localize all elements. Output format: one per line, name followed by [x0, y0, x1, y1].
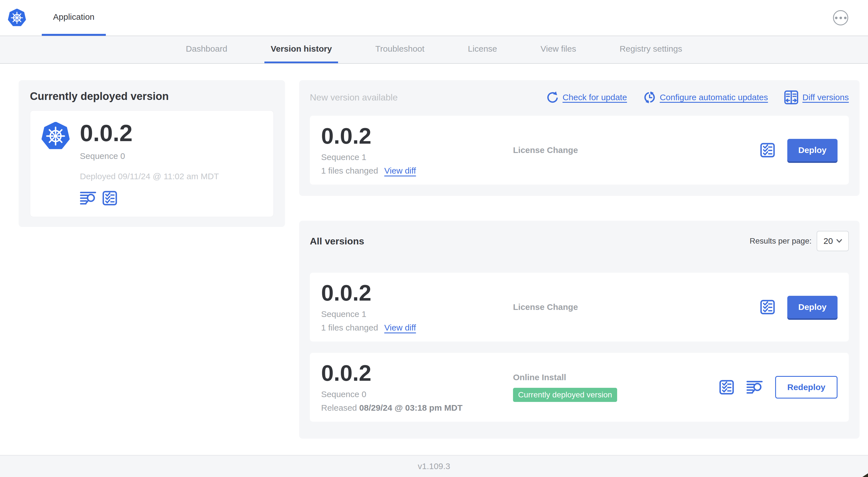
check-for-update-link[interactable]: Check for update — [546, 91, 627, 103]
new-version-heading: New version available — [310, 92, 398, 103]
ellipsis-icon — [835, 17, 838, 19]
version-number: 0.0.2 — [321, 282, 513, 304]
results-per-page-label: Results per page: — [750, 237, 812, 245]
preflight-checks-icon[interactable] — [719, 380, 734, 395]
top-bar: Application — [0, 0, 868, 36]
refresh-icon — [546, 91, 558, 103]
tab-view-files[interactable]: View files — [534, 36, 582, 63]
released-label: Released — [321, 403, 357, 412]
app-tab-label: Application — [53, 12, 95, 22]
all-versions-heading: All versions — [310, 236, 364, 247]
new-version-panel: New version available Check for update C… — [299, 80, 860, 196]
deployed-timestamp: Deployed 09/11/24 @ 11:02 am MDT — [80, 172, 219, 181]
tab-dashboard[interactable]: Dashboard — [180, 36, 234, 63]
configure-automatic-updates-link[interactable]: Configure automatic updates — [643, 91, 768, 104]
version-source: License Change — [513, 302, 760, 312]
version-source: Online Install — [513, 372, 719, 382]
version-sequence: Sequence 1 — [321, 152, 513, 162]
released-timestamp: 08/29/24 @ 03:18 pm MDT — [359, 403, 463, 412]
overflow-menu-button[interactable] — [833, 10, 848, 25]
view-diff-link[interactable]: View diff — [384, 323, 416, 332]
kubernetes-logo-icon — [8, 9, 26, 27]
version-source: License Change — [513, 145, 760, 155]
console-version: v1.109.3 — [417, 461, 450, 471]
preflight-checks-icon[interactable] — [102, 191, 117, 206]
version-number: 0.0.2 — [321, 362, 513, 384]
tab-registry-settings[interactable]: Registry settings — [614, 36, 688, 63]
kubernetes-app-icon — [41, 122, 70, 150]
tab-license[interactable]: License — [462, 36, 503, 63]
version-row: 0.0.2 Sequence 1 1 files changed View di… — [310, 273, 849, 341]
version-sequence: Sequence 0 — [321, 389, 513, 399]
nav-tabs: Dashboard Version history Troubleshoot L… — [0, 36, 868, 64]
preflight-checks-icon[interactable] — [760, 300, 775, 315]
currently-deployed-badge: Currently deployed version — [513, 388, 617, 402]
currently-deployed-panel: Currently deployed version 0.0.2 Sequenc… — [19, 80, 285, 227]
preflight-checks-icon[interactable] — [760, 143, 775, 157]
version-number: 0.0.2 — [321, 125, 513, 147]
diff-icon — [784, 90, 798, 105]
version-row: 0.0.2 Sequence 0 Released 08/29/24 @ 03:… — [310, 353, 849, 422]
app-tab-application[interactable]: Application — [42, 0, 106, 36]
deploy-button[interactable]: Deploy — [787, 296, 838, 318]
files-changed-label: 1 files changed — [321, 166, 378, 176]
tab-troubleshoot[interactable]: Troubleshoot — [369, 36, 431, 63]
deployed-sequence: Sequence 0 — [80, 151, 219, 161]
footer: v1.109.3 — [0, 455, 868, 477]
version-sequence: Sequence 1 — [321, 309, 513, 319]
currently-deployed-heading: Currently deployed version — [30, 90, 274, 102]
main-content: Currently deployed version 0.0.2 Sequenc… — [0, 64, 868, 439]
auto-update-clock-icon — [643, 91, 656, 104]
redeploy-button[interactable]: Redeploy — [775, 376, 838, 398]
new-version-card: 0.0.2 Sequence 1 1 files changed View di… — [310, 116, 849, 185]
deployed-version-number: 0.0.2 — [80, 122, 219, 145]
results-per-page-select[interactable]: 20 — [817, 231, 849, 251]
all-versions-panel: All versions Results per page: 20 0.0.2 … — [299, 221, 860, 439]
view-deploy-logs-icon[interactable] — [80, 191, 96, 205]
diff-versions-link[interactable]: Diff versions — [784, 90, 849, 105]
deploy-button[interactable]: Deploy — [787, 139, 838, 161]
chevron-down-icon — [836, 239, 842, 243]
view-diff-link[interactable]: View diff — [384, 166, 416, 176]
cursor-artifact — [862, 473, 868, 477]
files-changed-label: 1 files changed — [321, 323, 378, 332]
tab-version-history[interactable]: Version history — [265, 36, 338, 63]
currently-deployed-card: 0.0.2 Sequence 0 Deployed 09/11/24 @ 11:… — [30, 110, 274, 217]
view-deploy-logs-icon[interactable] — [746, 381, 763, 394]
